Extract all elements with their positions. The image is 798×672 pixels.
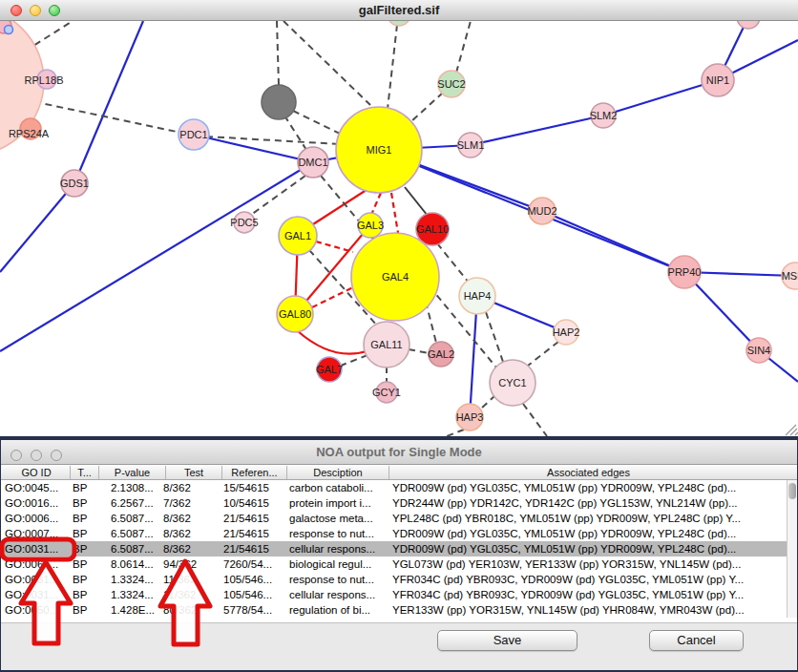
noa-titlebar[interactable]: NOA output for Single Mode (1, 440, 797, 465)
network-graph[interactable]: RPL18BRPS24AGDS1PDC1DMC1MIG1SUC2SLM1SLM2… (0, 21, 798, 436)
network-window: galFiltered.sif RPL18BRPS24AGDS1PDC1DMC1… (0, 0, 798, 436)
node-label-HAP2: HAP2 (553, 326, 580, 338)
cell-p: 1.3324... (111, 573, 164, 587)
cell-desc: regulation of bi... (289, 603, 388, 618)
cell-t: BP (73, 527, 97, 541)
cell-go: GO:0016... (5, 496, 69, 511)
edge-pp[interactable] (603, 80, 718, 116)
edge-dk[interactable] (405, 187, 428, 216)
edge-rd[interactable] (316, 242, 353, 252)
table-row-4[interactable]: GO:0007...BP6.5087...8/36221/54615respon… (1, 526, 788, 541)
table-row-8[interactable]: GO:0031...BP1.3324...11/362105/546...cel… (1, 587, 788, 602)
cell-p: 2.1308... (111, 481, 164, 495)
cell-p: 1.428E... (111, 603, 164, 618)
node-label-GAL10: GAL10 (416, 223, 449, 235)
column-header-test[interactable]: Test (166, 466, 222, 479)
cell-go: GO:0045... (5, 481, 69, 495)
edge-pd[interactable] (528, 342, 558, 366)
save-button[interactable]: Save (437, 630, 578, 651)
node-label-RPL18B: RPL18B (25, 74, 64, 86)
cell-p: 6.5087... (111, 542, 164, 556)
node-gray-node[interactable] (262, 85, 296, 119)
cell-edges: YDR009W (pd) YGL035C, YML051W (pp) YDR00… (392, 542, 788, 556)
node-label-PRP40: PRP40 (668, 266, 702, 278)
screen: galFiltered.sif RPL18BRPS24AGDS1PDC1DMC1… (0, 0, 798, 672)
table-row-3[interactable]: GO:0006...BP6.5087...8/36221/54615galact… (1, 511, 788, 526)
cell-desc: protein import i... (289, 496, 388, 511)
edge-pd[interactable] (284, 21, 370, 105)
column-header-p[interactable]: P-value (99, 466, 166, 479)
cell-ref: 21/54615 (223, 512, 285, 526)
edge-rs[interactable] (298, 331, 369, 354)
table-row-9[interactable]: GO:0050...BP1.428E...80/3625778/54...reg… (1, 602, 788, 618)
node-green-cut-top[interactable] (388, 21, 410, 26)
network-edges (0, 21, 798, 436)
node-pink-cut-top[interactable] (737, 21, 760, 29)
cell-edges: YDR244W (pp) YDR142C, YDR142C (pp) YGL15… (392, 496, 788, 511)
edge-rd[interactable] (391, 193, 398, 233)
cell-ref: 105/546... (223, 588, 285, 602)
cell-edges: YFR034C (pd) YBR093C, YDR009W (pd) YGL03… (392, 588, 788, 602)
node-label-GAL11: GAL11 (370, 339, 402, 350)
column-header-edges[interactable]: Associated edges (389, 466, 788, 479)
column-header-ref[interactable]: Referen... (222, 466, 287, 479)
edge-pp[interactable] (74, 21, 143, 183)
resize-grip[interactable] (786, 425, 798, 435)
cell-test: 7/362 (163, 496, 220, 511)
edge-pd[interactable] (341, 355, 368, 366)
node-label-RPS24A: RPS24A (9, 128, 50, 139)
scrollbar-thumb[interactable] (788, 483, 796, 499)
column-header-desc[interactable]: Desciption (287, 466, 389, 479)
edge-pp[interactable] (542, 211, 684, 272)
cell-test: 11/362 (163, 588, 220, 602)
cell-ref: 21/54615 (223, 527, 285, 541)
cell-test: 11/362 (163, 573, 220, 587)
edge-pd[interactable] (456, 21, 471, 73)
node-label-GAL2: GAL2 (428, 348, 454, 360)
edge-pp[interactable] (0, 162, 313, 351)
edge-pd[interactable] (277, 21, 279, 86)
edge-rd[interactable] (312, 287, 353, 307)
node-label-SUC2: SUC2 (437, 78, 465, 90)
table-row-2[interactable]: GO:0016...BP6.2567...7/36210/54615protei… (1, 495, 788, 511)
node-label-GAL7: GAL7 (316, 364, 343, 375)
edge-pd[interactable] (523, 404, 547, 436)
node-label-GCY1: GCY1 (372, 387, 401, 398)
edge-pd[interactable] (284, 116, 306, 150)
table-row-1[interactable]: GO:0045...BP2.1308...8/36215/54615carbon… (1, 480, 788, 495)
node-corner-blue[interactable] (5, 26, 13, 34)
cell-test: 80/362 (163, 603, 220, 618)
cancel-button[interactable]: Cancel (649, 630, 744, 651)
node-label-PDC5: PDC5 (230, 217, 258, 228)
network-nodes (0, 21, 798, 430)
edge-rd[interactable] (371, 193, 381, 215)
table-row-7[interactable]: GO:0031...BP1.3324...11/362105/546...res… (1, 572, 788, 587)
table-row-6[interactable]: GO:0065...BP8.0614...94/3627260/54...bio… (1, 556, 788, 572)
cell-go: GO:0006... (5, 512, 69, 526)
cell-go: GO:0050... (5, 603, 69, 618)
table-row-5[interactable]: GO:0031...BP6.5087...8/36221/54615cellul… (1, 541, 788, 556)
cell-desc: cellular respons... (289, 588, 388, 602)
edge-pd[interactable] (486, 312, 503, 362)
edge-pd[interactable] (481, 395, 495, 409)
edge-pd[interactable] (410, 93, 443, 122)
network-titlebar[interactable]: galFiltered.sif (0, 0, 798, 21)
column-header-go[interactable]: GO ID (3, 466, 71, 479)
cell-t: BP (73, 481, 97, 495)
edge-pd[interactable] (293, 111, 344, 136)
edge-pd[interactable] (409, 349, 430, 353)
column-header-t[interactable]: T... (71, 466, 99, 479)
edge-pd[interactable] (437, 243, 469, 283)
edge-pd[interactable] (447, 430, 464, 436)
edge-pp[interactable] (471, 116, 603, 145)
vertical-scrollbar[interactable] (787, 480, 797, 618)
node-label-GAL4: GAL4 (382, 271, 409, 283)
node-label-GDS1: GDS1 (60, 178, 89, 189)
edge-pp[interactable] (0, 183, 74, 272)
table-header[interactable]: GO IDT...P-valueTestReferen...Desciption… (1, 465, 797, 480)
cell-t: BP (73, 603, 97, 618)
node-label-GAL80: GAL80 (279, 308, 311, 320)
edge-pd[interactable] (388, 25, 397, 109)
cell-p: 6.5087... (111, 512, 164, 526)
cell-desc: response to nut... (289, 527, 388, 541)
